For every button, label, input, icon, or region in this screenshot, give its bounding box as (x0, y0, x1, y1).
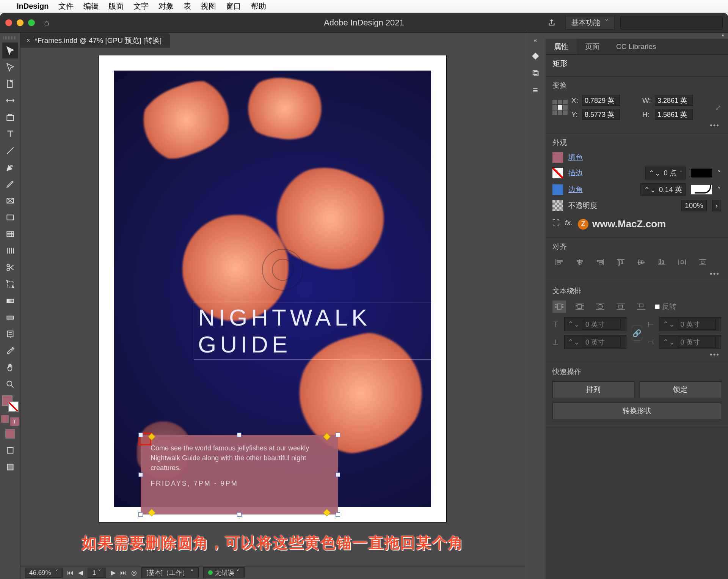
direct-selection-tool[interactable] (2, 59, 18, 75)
menu-layout[interactable]: 版面 (108, 1, 124, 11)
tab-cc-libraries[interactable]: CC Libraries (608, 39, 665, 54)
wrap-none-icon[interactable] (552, 301, 566, 313)
resize-handle[interactable] (138, 512, 143, 517)
menu-type[interactable]: 文字 (133, 1, 149, 11)
menu-view[interactable]: 视图 (201, 1, 216, 11)
corner-swatch[interactable] (552, 184, 563, 195)
first-page-icon[interactable]: ⏮ (67, 569, 74, 577)
stroke-style-dropdown[interactable] (691, 168, 712, 178)
page-tool[interactable] (2, 76, 18, 92)
w-input[interactable] (655, 95, 693, 106)
rectangle-frame-tool[interactable] (2, 193, 18, 209)
wrap-bbox-icon[interactable] (573, 301, 587, 313)
prev-page-icon[interactable]: ◀ (78, 569, 83, 577)
share-icon[interactable] (544, 16, 560, 29)
type-tool[interactable] (2, 126, 18, 142)
resize-handle[interactable] (138, 472, 143, 477)
menu-edit[interactable]: 编辑 (83, 1, 99, 11)
resize-handle[interactable] (237, 433, 242, 437)
corner-anchor-icon[interactable] (323, 509, 331, 516)
corner-anchor-icon[interactable] (148, 509, 155, 516)
invert-checkbox[interactable] (655, 304, 660, 309)
opacity-input[interactable]: 100% (681, 200, 707, 211)
align-right-icon[interactable] (593, 256, 607, 268)
menu-object[interactable]: 对象 (158, 1, 174, 11)
align-left-icon[interactable] (552, 256, 566, 268)
gradient-swatch-tool[interactable] (2, 293, 18, 309)
next-page-icon[interactable]: ▶ (111, 569, 116, 577)
more-options-icon[interactable]: ••• (552, 268, 721, 278)
wrap-jump-next-icon[interactable] (634, 301, 648, 313)
wrap-shape-icon[interactable] (593, 301, 607, 313)
fill-swatch[interactable] (552, 152, 563, 163)
open-navigator-icon[interactable]: ◎ (131, 569, 137, 577)
stroke-panel-icon[interactable]: ≡ (533, 85, 538, 96)
panel-grip-icon[interactable] (3, 36, 17, 39)
gradient-feather-tool[interactable] (2, 310, 18, 326)
corner-shape-dropdown[interactable] (691, 185, 712, 195)
offset-bottom-input[interactable] (583, 337, 621, 348)
window-zoom-icon[interactable] (28, 19, 35, 26)
content-collector-tool[interactable] (2, 109, 18, 125)
eyedropper-tool[interactable] (2, 343, 18, 359)
menu-window[interactable]: 窗口 (226, 1, 241, 11)
rectangle-tool[interactable] (2, 209, 18, 225)
align-vcenter-icon[interactable] (634, 256, 648, 268)
selected-rectangle[interactable]: Come see the world famous jellyfishes at… (141, 435, 338, 514)
canvas[interactable]: NIGHTWALK GUIDE Come see the world famou… (20, 48, 525, 566)
more-options-icon[interactable]: ••• (552, 120, 721, 130)
offset-top-input[interactable] (583, 319, 621, 330)
fill-link[interactable]: 填色 (568, 153, 583, 162)
selection-tool[interactable] (2, 42, 18, 58)
fill-stroke-wells[interactable] (2, 395, 19, 412)
formatting-text-icon[interactable]: T (10, 417, 19, 426)
convert-shape-button[interactable]: 转换形状 (552, 403, 721, 419)
distribute-h-icon[interactable] (675, 256, 689, 268)
offset-right-input[interactable] (678, 337, 716, 348)
crop-icon[interactable]: ⛶ (552, 219, 560, 227)
window-close-icon[interactable] (5, 19, 12, 26)
y-input[interactable] (582, 109, 620, 120)
preflight-status[interactable]: 无错误 ˅ (203, 567, 245, 578)
fx-icon[interactable]: fx. (565, 219, 573, 227)
resize-handle[interactable] (237, 512, 242, 517)
resize-handle[interactable] (138, 433, 143, 437)
opacity-swatch[interactable] (552, 200, 563, 211)
close-tab-icon[interactable]: × (27, 37, 30, 44)
more-options-icon[interactable]: ••• (552, 349, 721, 359)
pen-tool[interactable] (2, 159, 18, 175)
x-input[interactable] (582, 95, 620, 106)
corner-link[interactable]: 边角 (568, 185, 583, 195)
view-mode-preview[interactable] (2, 459, 18, 475)
hand-tool[interactable] (2, 360, 18, 376)
menu-help[interactable]: 帮助 (251, 1, 266, 11)
arrange-button[interactable]: 排列 (552, 381, 634, 398)
expand-dock-icon[interactable]: « (534, 37, 537, 43)
resize-handle[interactable] (336, 512, 340, 517)
stroke-color-well[interactable] (8, 401, 19, 412)
stroke-swatch[interactable] (552, 168, 563, 178)
zoom-tool[interactable] (2, 376, 18, 392)
note-tool[interactable] (2, 326, 18, 342)
lock-button[interactable]: 锁定 (640, 381, 722, 398)
window-minimize-icon[interactable] (17, 19, 24, 26)
stroke-weight-input[interactable]: ⌃⌄0 点˅ (645, 167, 686, 179)
resize-handle[interactable] (336, 433, 340, 437)
layers-icon[interactable]: ◆ (532, 50, 539, 61)
link-offsets-icon[interactable]: 🔗 (632, 326, 642, 341)
search-input[interactable] (620, 16, 723, 30)
menu-file[interactable]: 文件 (58, 1, 74, 11)
workspace-status[interactable]: [基本]（工作） ˅ (141, 567, 199, 578)
opacity-more-icon[interactable]: › (712, 200, 721, 211)
app-menu[interactable]: InDesign (17, 2, 49, 11)
scissors-tool[interactable] (2, 260, 18, 275)
menu-table[interactable]: 表 (184, 1, 191, 11)
align-hcenter-icon[interactable] (573, 256, 587, 268)
distribute-v-icon[interactable] (696, 256, 709, 268)
gap-tool[interactable] (2, 93, 18, 109)
columns-tool[interactable] (2, 243, 18, 259)
h-input[interactable] (655, 109, 693, 120)
tab-properties[interactable]: 属性 (546, 39, 577, 54)
apply-fill-icon[interactable] (5, 429, 15, 439)
tab-pages[interactable]: 页面 (577, 39, 608, 54)
